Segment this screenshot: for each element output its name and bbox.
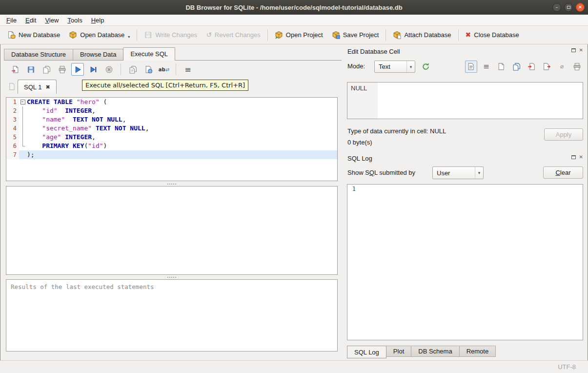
save-sql-file-as-button[interactable] [40,63,53,76]
edit-cell-panel-header: Edit Database Cell ✕ [343,47,588,56]
window-controls: – ✕ [552,3,585,12]
execute-all-button[interactable] [71,63,84,76]
float-icon [571,155,576,159]
sql-code-line[interactable]: 5 "age" INTEGER, [6,133,337,142]
execute-line-button[interactable] [87,63,100,76]
export-cell-button[interactable] [541,61,553,73]
toolbar-separator [137,29,137,41]
menu-edit[interactable]: Edit [21,15,41,25]
sql-code-line[interactable]: 7); [6,150,337,159]
clear-button[interactable]: Clear [543,166,583,179]
write-changes-button[interactable]: Write Changes [140,29,202,41]
sql-tab[interactable]: SQL 1 ✖ [18,80,57,94]
tab-sql-log[interactable]: SQL Log [347,346,386,358]
splitter-handle[interactable] [6,275,338,279]
save-project-button[interactable]: Save Project [327,29,384,41]
cell-editor[interactable]: NULL [347,82,583,119]
tab-execute-sql[interactable]: Execute SQL [123,47,175,61]
menu-view[interactable]: View [41,15,63,25]
fold-marker-icon[interactable] [19,98,26,106]
sql-code-line[interactable]: 1CREATE TABLE "hero" ( [6,98,337,106]
toolbar-separator [458,29,459,41]
word-wrap-button[interactable]: ≡ [182,63,194,76]
mode-label: Mode: [347,62,365,70]
float-icon [571,48,576,52]
new-database-button[interactable]: New Database [3,29,64,41]
titlebar[interactable]: DB Browser for SQLite - /home/user/code/… [0,0,588,15]
revert-changes-button[interactable]: ↺ Revert Changes [202,29,265,41]
encoding-indicator[interactable]: UTF-8 [558,363,576,371]
close-button[interactable]: ✕ [576,3,585,12]
open-sql-file-button[interactable] [9,63,21,76]
close-panel-button[interactable]: ✕ [579,155,583,160]
attach-database-label: Attach Database [404,31,451,39]
chevron-down-icon: ▾ [475,167,483,179]
sql-log-area[interactable]: 1 [347,184,583,340]
sql-code-line[interactable]: 2 "id" INTEGER, [6,106,337,115]
set-null-button[interactable]: ⌀ [556,61,568,73]
minimize-button[interactable]: – [552,3,561,12]
word-wrap-cell-button[interactable]: ≡ [480,61,492,73]
menu-help[interactable]: Help [87,15,109,25]
main-tab-bar: Database Structure Browse Data Execute S… [4,47,342,61]
tab-plot[interactable]: Plot [386,346,411,357]
menu-tools[interactable]: Tools [63,15,86,25]
results-table[interactable] [6,186,338,275]
minimize-icon: – [556,5,558,10]
window-title: DB Browser for SQLite - /home/user/code/… [0,4,588,11]
stop-button[interactable] [102,63,115,76]
open-database-icon [69,31,77,39]
right-dock: Edit Database Cell ✕ Mode: Text ▾ [343,44,588,360]
fold-marker-icon [19,115,26,124]
close-database-button[interactable]: ✖ Close Database [461,29,524,41]
close-panel-button[interactable]: ✕ [579,48,583,53]
auto-switch-mode-button[interactable] [419,61,432,73]
menu-file[interactable]: File [2,15,21,25]
find-replace-button[interactable]: ab ⇄ [158,63,170,76]
open-in-editor-button[interactable] [495,61,507,73]
tab-database-structure[interactable]: Database Structure [4,49,73,60]
open-project-icon [275,31,283,39]
close-icon: ✕ [578,5,582,10]
import-cell-button[interactable] [526,61,538,73]
export-results-icon [144,65,153,74]
maximize-button[interactable] [564,3,573,12]
dropdown-caret-icon[interactable]: ▾ [128,35,130,39]
tooltip: Execute all/selected SQL [Ctrl+Return, F… [82,80,248,91]
text-view-icon [467,62,475,71]
tab-browse-data[interactable]: Browse Data [73,49,123,60]
cell-size-info: 0 byte(s) [347,139,372,146]
text-view-button[interactable] [465,61,477,73]
edit-cell-panel-title: Edit Database Cell [347,48,400,55]
print-cell-button[interactable] [571,61,583,73]
submitted-by-select[interactable]: User ▾ [432,166,484,179]
sql-code-line[interactable]: 4 "secret_name" TEXT NOT NULL, [6,124,337,133]
copy-cell-button[interactable] [510,61,523,73]
line-number: 4 [6,124,19,133]
mode-select[interactable]: Text ▾ [374,61,415,73]
tab-remote[interactable]: Remote [459,346,496,357]
open-database-button[interactable]: Open Database ▾ [64,29,134,41]
float-panel-button[interactable] [571,155,576,159]
mode-value: Text [375,63,406,70]
save-results-button[interactable] [126,63,139,76]
tab-close-icon[interactable]: ✖ [45,84,50,90]
open-project-button[interactable]: Open Project [270,29,327,41]
attach-database-button[interactable]: Attach Database [388,29,455,41]
save-project-icon [332,31,340,39]
save-sql-file-button[interactable] [24,63,37,76]
sql-editor[interactable]: 1CREATE TABLE "hero" (2 "id" INTEGER,3 "… [6,97,338,181]
apply-button[interactable]: Apply [544,128,583,141]
sql-code-line[interactable]: 6 PRIMARY KEY("id") [6,142,337,150]
set-null-icon: ⌀ [560,62,564,71]
float-panel-button[interactable] [571,48,576,52]
export-results-button[interactable] [142,63,155,76]
tab-db-schema[interactable]: DB Schema [411,346,459,357]
print-sql-button[interactable] [56,63,68,76]
messages-area[interactable]: Results of the last executed statements [6,279,338,352]
sql-code-line[interactable]: 3 "name" TEXT NOT NULL, [6,115,337,124]
splitter-handle[interactable] [6,182,338,186]
statusbar: UTF-8 [0,360,588,373]
maximize-icon [567,6,570,9]
attach-database-icon [393,31,401,39]
